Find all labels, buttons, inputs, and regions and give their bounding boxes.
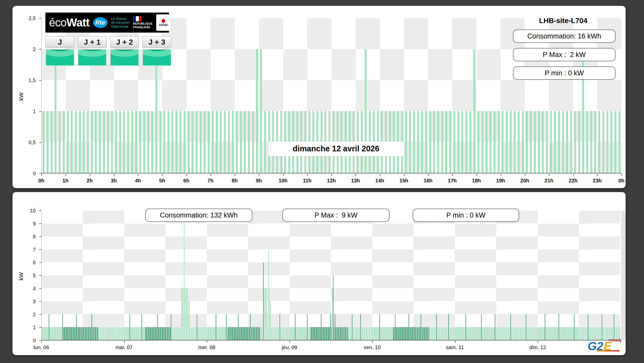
power-bar (200, 327, 201, 340)
tab-j-plus-3[interactable]: J + 3 (142, 36, 171, 48)
power-bar (425, 327, 425, 340)
x-axis-label: 0h (38, 178, 44, 184)
power-bar (123, 327, 123, 340)
power-bar (407, 327, 408, 340)
power-bar (396, 327, 396, 340)
power-bar (280, 327, 281, 340)
power-bar (429, 327, 430, 340)
power-bar (564, 327, 565, 340)
x-axis-tick (307, 174, 308, 176)
power-bar (233, 327, 233, 340)
x-axis-tick (114, 174, 114, 176)
power-bar (388, 327, 389, 340)
power-bar (195, 327, 196, 340)
power-bar (587, 327, 588, 340)
power-bar (584, 327, 585, 340)
power-bar (132, 327, 133, 340)
power-bar (48, 327, 48, 340)
power-bar (599, 327, 600, 340)
power-bar (415, 327, 415, 340)
power-bar (478, 327, 478, 340)
signal-tile-j-plus-2[interactable] (110, 49, 139, 66)
power-bar (111, 111, 113, 173)
power-bar (616, 327, 617, 340)
power-bar (155, 327, 155, 340)
power-bar (264, 288, 264, 340)
power-bar (309, 327, 309, 340)
power-bar (543, 327, 543, 340)
power-bar (385, 327, 386, 340)
power-bar (268, 249, 269, 340)
power-bar (192, 327, 192, 340)
power-bar (236, 111, 238, 173)
power-bar (75, 327, 76, 340)
y-axis-tick (39, 301, 41, 302)
power-bar (464, 327, 464, 340)
power-bar (333, 275, 333, 340)
power-bar (318, 327, 319, 340)
power-bar (478, 111, 479, 173)
power-bar (64, 327, 65, 340)
power-bar (222, 327, 222, 340)
power-bar (409, 314, 409, 340)
chart-scrollbar[interactable] (621, 211, 625, 340)
x-axis-tick (186, 174, 187, 176)
power-bar (427, 327, 427, 340)
x-axis-tick (501, 174, 501, 176)
power-bar (392, 327, 393, 340)
signal-tile-j-plus-1[interactable] (78, 49, 107, 66)
tab-j-plus-2[interactable]: J + 2 (110, 36, 139, 48)
x-axis-label: 0h (618, 178, 624, 184)
power-bar (105, 327, 105, 340)
power-bar (570, 327, 570, 340)
power-bar (429, 327, 429, 340)
tab-j-plus-1[interactable]: J + 1 (78, 36, 107, 48)
power-bar (418, 327, 419, 340)
power-bar (593, 327, 593, 340)
signal-tile-j-plus-3[interactable] (142, 49, 171, 66)
power-bar (155, 49, 157, 173)
power-bar (316, 327, 316, 340)
power-bar (361, 327, 362, 340)
power-bar (47, 111, 48, 173)
power-bar (226, 314, 226, 340)
power-bar (168, 327, 169, 340)
x-axis-tick (380, 174, 380, 176)
weekly-chart-plot[interactable] (41, 211, 620, 340)
power-bar (269, 288, 270, 340)
power-bar (583, 327, 583, 340)
power-bar (352, 314, 352, 340)
signal-tile-today[interactable] (45, 49, 74, 66)
power-bar (100, 327, 101, 340)
power-bar (554, 111, 556, 173)
power-bar (348, 327, 348, 340)
power-bar (409, 111, 411, 173)
power-bar (283, 327, 283, 340)
power-bar (46, 327, 46, 340)
power-bar (613, 327, 613, 340)
power-bar (496, 327, 496, 340)
x-axis-label: 11h (303, 178, 311, 184)
y-axis-label: 0 (33, 171, 36, 176)
power-bar (83, 327, 84, 340)
power-bar (546, 327, 546, 340)
power-bar (506, 111, 508, 173)
weekly-consumption-stat-box: Consommation: 132 kWh (145, 209, 252, 222)
power-bar (264, 111, 266, 173)
x-axis-label: dim. 12 (529, 345, 546, 350)
power-bar (142, 314, 142, 340)
power-bar (359, 327, 359, 340)
power-bar (319, 327, 320, 340)
power-bar (369, 327, 370, 340)
power-bar (117, 327, 117, 340)
power-bar (413, 111, 415, 173)
power-bar (238, 314, 239, 340)
y-axis-tick (39, 340, 41, 341)
power-bar (398, 327, 399, 340)
power-bar (86, 327, 87, 340)
power-bar (393, 327, 394, 340)
power-bar (115, 111, 117, 173)
power-bar (197, 314, 197, 340)
tab-today-j[interactable]: J (45, 36, 74, 48)
y-axis-tick (39, 314, 41, 315)
